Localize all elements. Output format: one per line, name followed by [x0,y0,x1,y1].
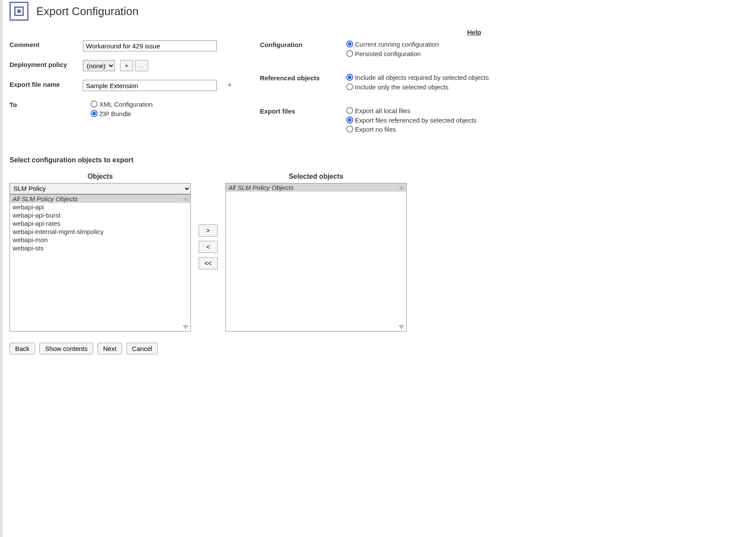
move-left-button[interactable]: < [199,241,218,253]
exportfiles-option-none-label: Export no files [355,125,396,134]
ref-option-only-label: Include only the selected objects [355,83,449,92]
config-option-persisted-label: Persisted configuration [355,50,421,58]
to-option-xml-label: XML Configuration [99,100,153,109]
ref-option-only[interactable]: Include only the selected objects [346,83,493,92]
required-mark: * [225,80,238,92]
to-option-zip-label: ZIP Bundle [99,110,131,118]
config-option-current[interactable]: Current running configuration [346,40,493,49]
scroll-up-icon [183,196,189,201]
exportfiles-option-ref[interactable]: Export files referenced by selected obje… [346,116,493,125]
cancel-button[interactable]: Cancel [127,343,158,354]
list-item[interactable]: webapi-api [10,203,190,211]
list-item[interactable]: webapi-sts [10,244,190,252]
radio-icon [91,110,98,117]
help-link[interactable]: Help [467,28,481,36]
back-button[interactable]: Back [9,343,35,354]
list-item[interactable]: webapi-internal-mgmt-slmpolicy [10,227,190,236]
selected-objects-listbox[interactable]: All SLM Policy Objects [225,183,407,332]
radio-icon [346,74,353,81]
objects-heading: Objects [88,173,113,180]
radio-icon [346,107,353,114]
list-item[interactable]: All SLM Policy Objects [10,195,190,203]
configuration-label: Configuration [260,40,338,48]
ref-option-all-label: Include all objects required by selected… [355,73,489,82]
exportfiles-option-none[interactable]: Export no files [346,125,493,134]
left-edge [0,0,3,537]
list-item[interactable]: All SLM Policy Objects [226,183,406,192]
comment-input[interactable] [83,40,217,51]
deployment-policy-more-button[interactable]: ... [135,60,148,71]
deployment-policy-label: Deployment policy [9,60,83,69]
radio-icon [346,83,353,90]
to-option-xml[interactable]: XML Configuration [91,100,225,109]
comment-label: Comment [9,40,83,48]
exportfiles-option-all-label: Export all local files [355,107,410,115]
scroll-up-icon [399,185,405,190]
to-option-zip[interactable]: ZIP Bundle [91,110,225,118]
radio-icon [346,50,353,57]
config-option-persisted[interactable]: Persisted configuration [346,50,493,58]
export-files-label: Export files [260,107,338,115]
radio-icon [346,126,353,133]
to-label: To [9,100,83,108]
list-item[interactable]: webapi-mon [10,236,190,244]
export-file-name-input[interactable] [83,80,217,91]
deployment-policy-add-button[interactable]: + [120,60,133,71]
move-right-button[interactable]: > [199,224,218,237]
deployment-policy-select[interactable]: (none) [83,60,115,71]
radio-icon [346,41,353,47]
referenced-objects-label: Referenced objects [260,73,338,82]
config-option-current-label: Current running configuration [355,40,439,49]
select-objects-heading: Select configuration objects to export [9,156,756,164]
exportfiles-option-all[interactable]: Export all local files [346,107,493,115]
scroll-down-icon [183,325,189,329]
list-item[interactable]: webapi-api-rates [10,219,190,227]
export-file-name-label: Export file name [9,80,83,88]
radio-icon [91,101,98,107]
available-objects-listbox[interactable]: All SLM Policy Objects webapi-api webapi… [9,194,191,332]
selected-objects-heading: Selected objects [289,173,343,180]
objects-type-select[interactable]: SLM Policy [9,183,191,194]
ref-option-all[interactable]: Include all objects required by selected… [346,73,493,82]
move-left-all-button[interactable]: << [199,257,218,269]
next-button[interactable]: Next [98,343,122,354]
export-config-icon [9,2,28,21]
exportfiles-option-ref-label: Export files referenced by selected obje… [355,116,477,125]
radio-icon [346,117,353,123]
show-contents-button[interactable]: Show contents [39,343,93,354]
scroll-down-icon [399,325,405,329]
list-item[interactable]: webapi-api-burst [10,211,190,219]
page-title: Export Configuration [36,5,139,18]
